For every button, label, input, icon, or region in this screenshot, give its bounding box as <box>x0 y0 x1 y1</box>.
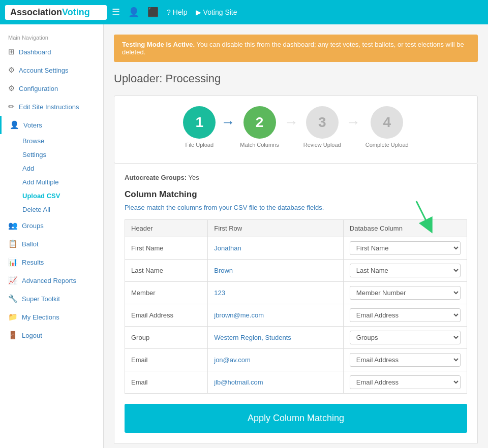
table-row: First NameJonathanFirst NameLast NameMem… <box>125 237 467 260</box>
col-header-header: Header <box>125 220 208 237</box>
groups-icon: 👥 <box>8 221 18 230</box>
step-arrow-3: → <box>346 114 360 131</box>
cell-first-row: jlb@hotmail.com <box>208 371 344 394</box>
step-1-circle: 1 <box>183 106 216 139</box>
sidebar-item-label: Advanced Reports <box>22 277 76 284</box>
cell-header: Email <box>125 371 208 394</box>
sidebar-item-label: Dashboard <box>19 48 51 56</box>
cell-db-column: First NameLast NameMember NumberEmail Ad… <box>343 282 467 304</box>
db-column-select[interactable]: First NameLast NameMember NumberEmail Ad… <box>350 286 461 300</box>
cell-header: First Name <box>125 237 208 260</box>
db-column-select[interactable]: First NameLast NameMember NumberEmail Ad… <box>350 375 461 389</box>
sidebar-item-label: My Elections <box>22 313 59 321</box>
voting-site-link[interactable]: ▶ Voting Site <box>196 8 237 16</box>
cell-first-row: Jonathan <box>208 237 344 260</box>
db-column-select[interactable]: First NameLast NameMember NumberEmail Ad… <box>350 353 461 367</box>
steps-panel: 1 File Upload → 2 Match Columns → 3 <box>114 95 478 164</box>
page-title: Uploader: Processing <box>114 72 478 85</box>
logo: AssociationVoting <box>5 5 107 20</box>
voting-site-label: Voting Site <box>203 8 237 16</box>
sidebar-item-edit-site[interactable]: ✏ Edit Site Instructions <box>0 98 103 116</box>
submenu-browse[interactable]: Browse <box>18 134 103 148</box>
settings-icon: ⚙ <box>8 66 15 75</box>
step-1-number: 1 <box>196 114 204 131</box>
step-3-label: Review Upload <box>303 142 341 148</box>
table-row: Emailjon@av.comFirst NameLast NameMember… <box>125 349 467 371</box>
sidebar-item-advanced-reports[interactable]: 📈 Advanced Reports <box>0 271 103 290</box>
table-row: Email Addressjbrown@me.comFirst NameLast… <box>125 304 467 327</box>
sidebar-item-groups[interactable]: 👥 Groups <box>0 216 103 235</box>
voting-site-icon: ▶ <box>196 8 201 16</box>
sidebar-item-super-toolkit[interactable]: 🔧 Super Toolkit <box>0 290 103 308</box>
step-4-number: 4 <box>383 114 391 131</box>
sidebar-item-label: Edit Site Instructions <box>19 103 79 111</box>
header-nav: ☰ 👤 ⬛ ? Help ▶ Voting Site <box>112 7 237 18</box>
sidebar-item-account-settings[interactable]: ⚙ Account Settings <box>0 61 103 79</box>
step-2-number: 2 <box>256 114 264 131</box>
top-header: AssociationVoting ☰ 👤 ⬛ ? Help ▶ Voting … <box>0 0 488 24</box>
db-column-select[interactable]: First NameLast NameMember NumberEmail Ad… <box>350 308 461 322</box>
sidebar-item-label: Logout <box>22 332 42 339</box>
cell-header: Email <box>125 349 208 371</box>
cell-db-column: First NameLast NameMember NumberEmail Ad… <box>343 371 467 394</box>
table-row: GroupWestern Region, StudentsFirst NameL… <box>125 327 467 349</box>
match-table: Header First Row Database Column First N… <box>125 219 467 394</box>
table-row: Emailjlb@hotmail.comFirst NameLast NameM… <box>125 371 467 394</box>
db-column-select[interactable]: First NameLast NameMember NumberEmail Ad… <box>350 241 461 255</box>
sidebar-item-ballot[interactable]: 📋 Ballot <box>0 235 103 253</box>
sidebar-item-label: Results <box>22 259 44 266</box>
voters-submenu: Browse Settings Add Add Multiple Upload … <box>0 134 103 216</box>
db-column-select[interactable]: First NameLast NameMember NumberEmail Ad… <box>350 331 461 344</box>
help-label: Help <box>173 8 188 16</box>
signout-icon[interactable]: ⬛ <box>147 7 159 18</box>
submenu-add[interactable]: Add <box>18 162 103 175</box>
db-column-select[interactable]: First NameLast NameMember NumberEmail Ad… <box>350 264 461 277</box>
content-area: Autocreate Groups: Yes Column Matching P… <box>114 164 478 443</box>
step-1-label: File Upload <box>185 142 214 148</box>
autocreate-label: Autocreate Groups: <box>125 174 187 181</box>
sidebar-item-label: Account Settings <box>19 67 69 74</box>
step-2: 2 Match Columns <box>240 106 279 148</box>
step-3: 3 Review Upload <box>303 106 341 148</box>
alert-bold: Testing Mode is Active. <box>122 41 195 48</box>
green-arrow-icon <box>396 199 437 239</box>
autocreate-value: Yes <box>188 174 199 181</box>
step-2-label: Match Columns <box>240 142 279 148</box>
cell-db-column: First NameLast NameMember NumberEmail Ad… <box>343 237 467 260</box>
submenu-delete-all[interactable]: Delete All <box>18 203 103 216</box>
cell-header: Last Name <box>125 260 208 282</box>
submenu-settings[interactable]: Settings <box>18 148 103 162</box>
layout: Main Navigation ⊞ Dashboard ⚙ Account Se… <box>0 24 488 448</box>
logo-text2: Voting <box>62 7 90 18</box>
sidebar-item-label: Voters <box>23 121 42 129</box>
cell-first-row: jon@av.com <box>208 349 344 371</box>
cell-db-column: First NameLast NameMember NumberEmail Ad… <box>343 260 467 282</box>
submenu-add-multiple[interactable]: Add Multiple <box>18 175 103 189</box>
elections-icon: 📁 <box>8 312 18 322</box>
step-2-circle: 2 <box>243 106 276 139</box>
section-title: Column Matching <box>125 189 467 200</box>
sidebar-item-voters[interactable]: 👤 Voters <box>0 116 103 134</box>
config-icon: ⚙ <box>8 84 15 93</box>
sidebar: Main Navigation ⊞ Dashboard ⚙ Account Se… <box>0 24 104 448</box>
sidebar-item-dashboard[interactable]: ⊞ Dashboard <box>0 43 103 61</box>
logout-icon: 🚪 <box>8 331 18 340</box>
step-4-label: Complete Upload <box>365 142 409 148</box>
cell-db-column: First NameLast NameMember NumberEmail Ad… <box>343 327 467 349</box>
sidebar-item-configuration[interactable]: ⚙ Configuration <box>0 79 103 98</box>
svg-line-0 <box>416 201 429 227</box>
submenu-upload-csv[interactable]: Upload CSV <box>18 189 103 203</box>
logo-text1: Association <box>10 7 62 18</box>
apply-button[interactable]: Apply Column Matching <box>125 404 467 433</box>
hamburger-icon[interactable]: ☰ <box>112 7 120 18</box>
ballot-icon: 📋 <box>8 239 18 248</box>
sidebar-item-my-elections[interactable]: 📁 My Elections <box>0 308 103 326</box>
step-4-circle: 4 <box>371 106 403 139</box>
help-link[interactable]: ? Help <box>167 8 188 16</box>
step-1: 1 File Upload <box>183 106 216 148</box>
user-icon[interactable]: 👤 <box>128 7 139 18</box>
sidebar-item-results[interactable]: 📊 Results <box>0 253 103 271</box>
sidebar-item-logout[interactable]: 🚪 Logout <box>0 326 103 344</box>
step-arrow-1: → <box>221 114 235 131</box>
cell-header: Group <box>125 327 208 349</box>
